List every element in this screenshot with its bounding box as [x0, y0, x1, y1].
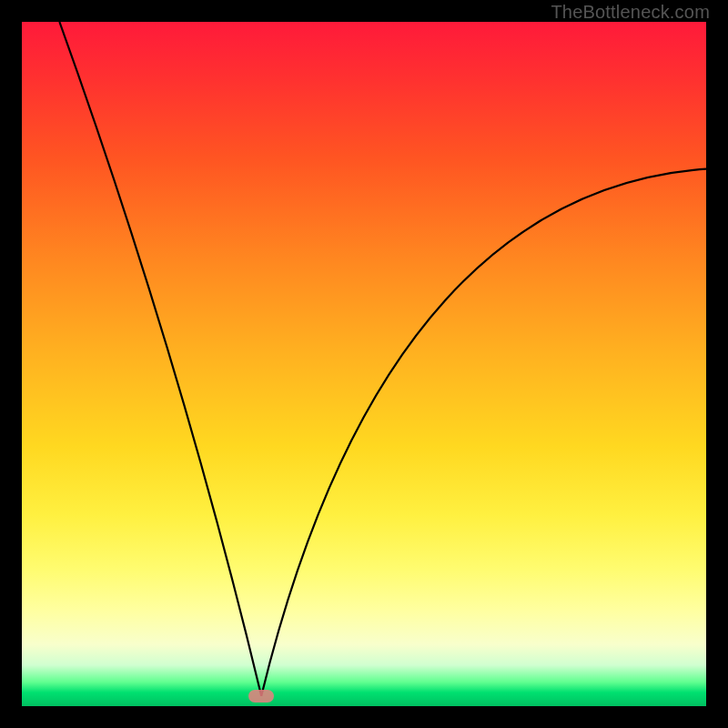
bottleneck-curve	[22, 22, 706, 706]
balance-marker	[248, 690, 274, 703]
watermark-text: TheBottleneck.com	[551, 2, 710, 23]
chart-plot-area	[22, 22, 706, 706]
